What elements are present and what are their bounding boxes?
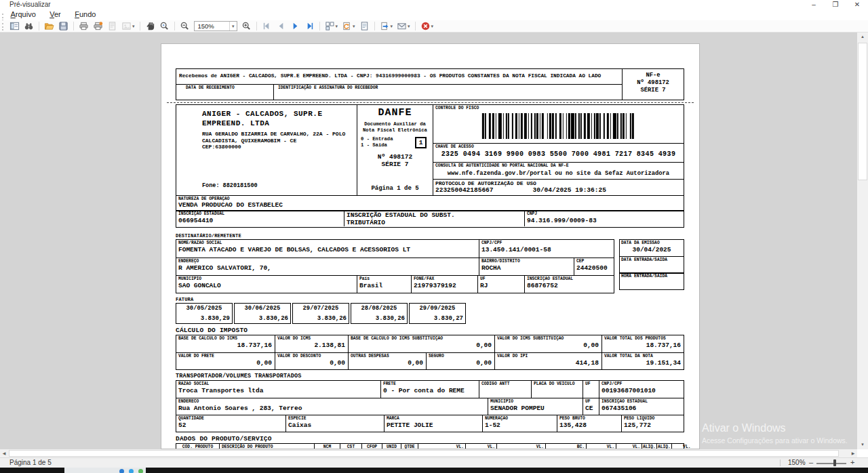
zoom-combobox-caret-icon[interactable]: ▾ bbox=[229, 22, 237, 30]
previous-page-button[interactable] bbox=[275, 21, 287, 32]
close-preview-button[interactable]: ▾ bbox=[420, 21, 435, 32]
print-settings-button[interactable] bbox=[92, 21, 104, 32]
field-label: FRETE bbox=[383, 382, 477, 387]
field-value: 125,772 bbox=[624, 421, 682, 430]
field-value: 1-52 bbox=[485, 421, 555, 430]
field-value: RJ bbox=[480, 282, 523, 290]
field-label: VALOR DO DESCONTO bbox=[277, 354, 347, 359]
danfe-page: Recebemos de ANIGER - CALCADOS, SUPR.E E… bbox=[161, 43, 700, 449]
export-caret-icon: ▾ bbox=[391, 24, 393, 29]
open-button[interactable] bbox=[43, 21, 55, 32]
transporte-block: RAZÃO SOCIALTroca Transportes ltda FRETE… bbox=[176, 380, 684, 432]
windows-taskbar[interactable] bbox=[0, 468, 868, 473]
menu-arquivo[interactable]: Arquivo bbox=[10, 10, 35, 18]
col-vl-unitario: VL.UNITÁRIO bbox=[418, 444, 466, 449]
receipt-nfe-box: NF-e Nº 498172 SÉRIE 7 bbox=[623, 69, 684, 100]
zoom-out-minus-button[interactable]: – bbox=[809, 458, 813, 466]
page-indicator: Página 1 de 5 bbox=[9, 459, 52, 466]
statusbar-zoom-value: 150% bbox=[788, 459, 806, 466]
field-value: 94.316.999/0009-83 bbox=[527, 217, 682, 225]
next-page-button[interactable] bbox=[290, 21, 301, 32]
email-button[interactable]: ▾ bbox=[396, 21, 411, 32]
destinatario-block: NOME/RAZÃO SOCIAL FOMENTA ATACADO E VARE… bbox=[176, 239, 684, 293]
barcode bbox=[481, 113, 635, 139]
col-unid: UNID bbox=[382, 444, 401, 449]
parcel-value: 3.830,26 bbox=[353, 315, 405, 322]
field-valor-frete: VALOR DO FRETE0,00 bbox=[176, 353, 275, 369]
form-layout-icon bbox=[9, 21, 20, 31]
export-button[interactable]: ▾ bbox=[379, 21, 394, 32]
search-button[interactable] bbox=[23, 21, 35, 32]
danfe-header-block: ANIGER - CALCADOS, SUPR.E EMPREEND. LTDA… bbox=[176, 104, 684, 196]
field-data-emissao: DATA DA EMISSÃO 30/04/2025 bbox=[619, 239, 684, 257]
zoom-in-button[interactable] bbox=[241, 21, 252, 32]
save-button[interactable] bbox=[58, 21, 69, 32]
first-page-icon bbox=[262, 21, 272, 31]
field-placa-veiculo: PLACA DO VEÍCULO bbox=[532, 381, 583, 398]
horizontal-scrollbar[interactable]: ◀ ▶ bbox=[0, 449, 857, 457]
parcel-value: 3.830,27 bbox=[412, 315, 463, 322]
field-frete: FRETE0 - Por conta do REME bbox=[381, 381, 479, 398]
field-label: PESO LÍQUIDO bbox=[624, 416, 682, 421]
field-endereco: ENDEREÇO R AMERICO SALVATORI, 70, bbox=[176, 258, 479, 275]
preview-area: Recebemos de ANIGER - CALCADOS, SUPR.E E… bbox=[0, 33, 857, 449]
status-bar: Página 1 de 5 150% – + bbox=[0, 457, 868, 468]
horizontal-scrollbar-thumb[interactable] bbox=[9, 450, 839, 457]
toolbar-grip[interactable] bbox=[2, 23, 3, 30]
vertical-scrollbar[interactable]: ▲ ▼ bbox=[857, 33, 868, 449]
zoom-dynamic-button[interactable] bbox=[159, 21, 170, 32]
field-label: NOME/RAZÃO SOCIAL bbox=[178, 241, 477, 246]
field-pais: País Brasil bbox=[357, 276, 412, 293]
field-value: 30/04/2025 bbox=[621, 246, 682, 254]
field-label: SEGURO bbox=[429, 354, 493, 359]
close-button[interactable]: ✕ bbox=[846, 0, 868, 10]
taskbar-app-icon[interactable] bbox=[129, 469, 134, 473]
zoom-slider-track[interactable] bbox=[816, 463, 846, 464]
minimize-button[interactable]: – bbox=[803, 0, 825, 10]
field-fone-fax: FONE/FAX 21979379192 bbox=[412, 276, 478, 293]
menu-ver[interactable]: Ver bbox=[50, 10, 61, 18]
scroll-down-icon[interactable]: ▼ bbox=[857, 440, 868, 449]
menu-fundo[interactable]: Fundo bbox=[75, 10, 96, 18]
field-municipio: MUNICÍPIO SAO GONCALO bbox=[176, 276, 357, 293]
field-value: 0 - Por conta do REME bbox=[383, 387, 477, 395]
field-valor-ipi: VALOR DO IPI414,18 bbox=[495, 353, 602, 369]
col-vl-total: VL.TOTAL bbox=[497, 444, 546, 449]
picture-button[interactable]: ▾ bbox=[121, 21, 136, 32]
field-peso-bruto: PESO BRUTO135,428 bbox=[557, 415, 622, 432]
last-page-button[interactable] bbox=[304, 21, 315, 32]
export-refresh-caret-icon: ▾ bbox=[353, 24, 355, 29]
page-preview-button[interactable] bbox=[106, 21, 118, 32]
maximize-button[interactable]: ❐ bbox=[825, 0, 846, 10]
print-button[interactable] bbox=[78, 21, 90, 32]
first-page-button[interactable] bbox=[261, 21, 273, 32]
export-refresh-button[interactable]: ▾ bbox=[341, 21, 356, 32]
print-icon bbox=[79, 21, 89, 31]
field-value: 0,00 bbox=[178, 359, 273, 367]
zoom-out-button[interactable] bbox=[179, 21, 191, 32]
single-page-button[interactable] bbox=[359, 21, 370, 32]
zoom-in-plus-button[interactable]: + bbox=[850, 458, 854, 466]
previous-page-icon bbox=[276, 21, 286, 31]
scroll-left-icon[interactable]: ◀ bbox=[0, 449, 8, 457]
field-value: 0,00 bbox=[497, 342, 600, 350]
zoom-slider-thumb[interactable] bbox=[833, 459, 836, 466]
vertical-scrollbar-thumb[interactable] bbox=[858, 43, 867, 180]
field-value: FOMENTA ATACADO E VAREJO DE BOLSAS, CALC… bbox=[178, 246, 477, 254]
taskbar-app-icon[interactable] bbox=[119, 469, 124, 473]
print-settings-icon bbox=[93, 21, 103, 31]
close-preview-icon bbox=[420, 21, 431, 31]
col-cod-produto: CÓD. PRODUTO bbox=[176, 444, 220, 449]
field-value: R AMERICO SALVATORI, 70, bbox=[178, 264, 477, 272]
open-folder-icon bbox=[44, 21, 54, 31]
pan-button[interactable] bbox=[144, 21, 156, 32]
zoom-combobox[interactable]: 150%▾ bbox=[194, 21, 237, 31]
multi-page-layout-button[interactable]: ▾ bbox=[324, 21, 339, 32]
taskbar-app-icon[interactable] bbox=[138, 469, 143, 473]
scroll-right-icon[interactable]: ▶ bbox=[849, 449, 857, 457]
scroll-up-icon[interactable]: ▲ bbox=[857, 33, 868, 41]
field-value: PETITE JOLIE bbox=[387, 421, 481, 430]
taskbar-search-box[interactable] bbox=[64, 468, 146, 473]
receipt-text: Recebemos de ANIGER - CALCADOS, SUPR.E E… bbox=[176, 69, 622, 84]
form-layout-button[interactable] bbox=[9, 21, 20, 32]
